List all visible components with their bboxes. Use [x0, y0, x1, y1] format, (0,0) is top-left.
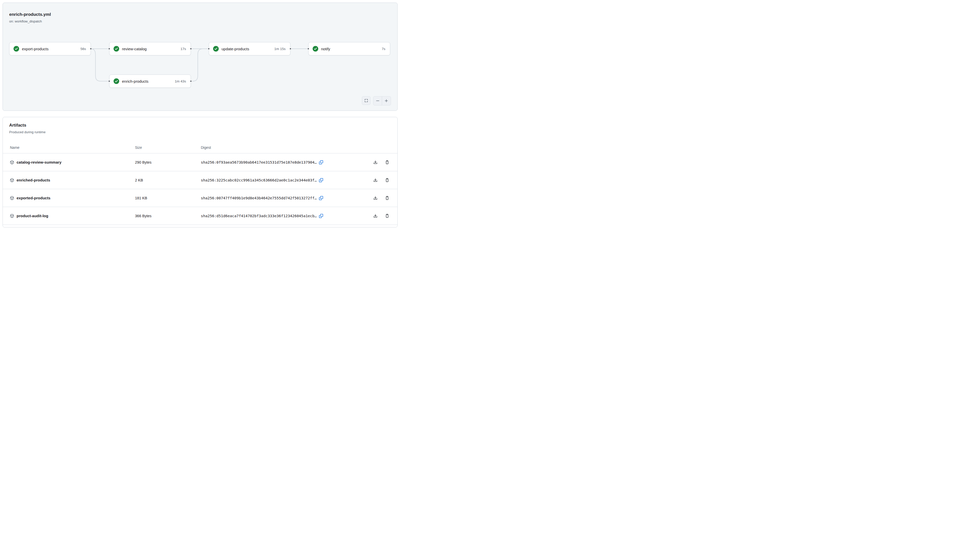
- check-success-icon: [13, 46, 19, 52]
- package-icon: [10, 214, 14, 218]
- artifact-row: exported-products 181 KB sha256:00747ff4…: [3, 189, 398, 207]
- check-success-icon: [213, 46, 219, 52]
- download-icon: [373, 196, 378, 200]
- artifact-name: catalog-review-summary: [17, 160, 62, 164]
- edge-port: [290, 48, 292, 50]
- artifact-row: enriched-products 2 KB sha256:3225cabc02…: [3, 171, 398, 189]
- trash-icon: [385, 178, 389, 182]
- screen-full-icon: [364, 98, 368, 103]
- plus-icon: [384, 99, 388, 103]
- job-name: enrich-products: [122, 79, 172, 83]
- copy-digest-button[interactable]: [319, 214, 323, 218]
- artifact-row: catalog-review-summary 290 Bytes sha256:…: [3, 153, 398, 171]
- artifacts-panel: Artifacts Produced during runtime Name S…: [3, 117, 398, 227]
- artifact-name: enriched-products: [17, 178, 50, 182]
- artifact-digest: sha256:3225cabc02cc9961a345c63666d2ae0c1…: [201, 178, 317, 182]
- job-node-review-catalog[interactable]: review-catalog 17s: [109, 42, 191, 55]
- edge-port: [108, 48, 110, 50]
- zoom-in-button[interactable]: [382, 97, 391, 105]
- column-header-size: Size: [135, 145, 201, 150]
- artifact-size: 290 Bytes: [135, 160, 201, 164]
- delete-artifact-button[interactable]: [385, 160, 389, 164]
- artifacts-table: Name Size Digest catalog-review-summary …: [3, 142, 398, 225]
- job-node-export-products[interactable]: export-products 56s: [9, 42, 91, 55]
- column-header-name: Name: [10, 145, 135, 150]
- edge-port: [190, 48, 192, 50]
- workflow-graph-panel: enrich-products.yml on: workflow_dispatc…: [3, 3, 398, 111]
- check-success-icon: [313, 46, 318, 52]
- job-name: notify: [321, 47, 379, 51]
- artifact-row: product-audit-log 366 Bytes sha256:d51d6…: [3, 207, 398, 225]
- copy-digest-button[interactable]: [319, 160, 323, 164]
- job-name: export-products: [22, 47, 77, 51]
- download-artifact-button[interactable]: [373, 178, 378, 182]
- edge-port: [90, 48, 92, 50]
- job-duration: 1m 43s: [175, 79, 186, 83]
- edge-port: [208, 48, 210, 50]
- job-node-update-products[interactable]: update-products 1m 15s: [209, 42, 290, 55]
- check-success-icon: [113, 78, 119, 84]
- edge-port: [190, 80, 192, 82]
- copy-icon: [319, 214, 323, 218]
- trash-icon: [385, 196, 389, 200]
- download-artifact-button[interactable]: [373, 160, 378, 164]
- trash-icon: [385, 214, 389, 218]
- dash-icon: [376, 99, 380, 103]
- artifact-size: 2 KB: [135, 178, 201, 182]
- workflow-edges: [3, 3, 398, 111]
- job-duration: 56s: [80, 47, 86, 51]
- download-icon: [373, 214, 378, 218]
- job-duration: 17s: [180, 47, 186, 51]
- copy-icon: [319, 196, 323, 200]
- column-header-digest: Digest: [201, 145, 362, 150]
- package-icon: [10, 196, 14, 200]
- job-node-enrich-products[interactable]: enrich-products 1m 43s: [109, 75, 191, 88]
- copy-digest-button[interactable]: [319, 178, 323, 182]
- artifact-digest: sha256:d51d6eaca7f414702bf3adc333e36f123…: [201, 214, 317, 218]
- artifact-size: 181 KB: [135, 196, 201, 200]
- download-icon: [373, 160, 378, 164]
- download-artifact-button[interactable]: [373, 214, 378, 218]
- zoom-control-group: [373, 96, 391, 105]
- job-duration: 7s: [382, 47, 385, 51]
- graph-controls: [362, 96, 391, 105]
- download-artifact-button[interactable]: [373, 196, 378, 200]
- package-icon: [10, 160, 14, 164]
- artifacts-heading: Artifacts: [9, 123, 26, 128]
- zoom-out-button[interactable]: [373, 97, 382, 105]
- edge-port: [108, 80, 110, 82]
- workflow-file-title: enrich-products.yml: [9, 12, 51, 17]
- download-icon: [373, 178, 378, 182]
- delete-artifact-button[interactable]: [385, 178, 389, 182]
- copy-digest-button[interactable]: [319, 196, 323, 200]
- job-name: review-catalog: [122, 47, 177, 51]
- artifact-size: 366 Bytes: [135, 214, 201, 218]
- job-duration: 1m 15s: [275, 47, 286, 51]
- package-icon: [10, 178, 14, 182]
- artifact-name: product-audit-log: [17, 213, 48, 218]
- copy-icon: [319, 178, 323, 182]
- edge-port: [307, 48, 309, 50]
- delete-artifact-button[interactable]: [385, 196, 389, 200]
- artifact-name: exported-products: [17, 196, 50, 200]
- artifacts-header-row: Name Size Digest: [3, 142, 398, 153]
- job-node-notify[interactable]: notify 7s: [308, 42, 390, 55]
- artifact-digest: sha256:0f93aea5673b90ab6417ee31531d75e18…: [201, 160, 317, 164]
- workflow-trigger: on: workflow_dispatch: [9, 19, 42, 23]
- delete-artifact-button[interactable]: [385, 214, 389, 218]
- job-name: update-products: [221, 47, 271, 51]
- artifact-digest: sha256:00747ff409b1e9d8e43b4642e7555dd74…: [201, 196, 317, 200]
- check-success-icon: [113, 46, 119, 52]
- artifacts-subheading: Produced during runtime: [9, 130, 45, 134]
- fit-to-window-button[interactable]: [362, 96, 371, 105]
- copy-icon: [319, 160, 323, 164]
- trash-icon: [385, 160, 389, 164]
